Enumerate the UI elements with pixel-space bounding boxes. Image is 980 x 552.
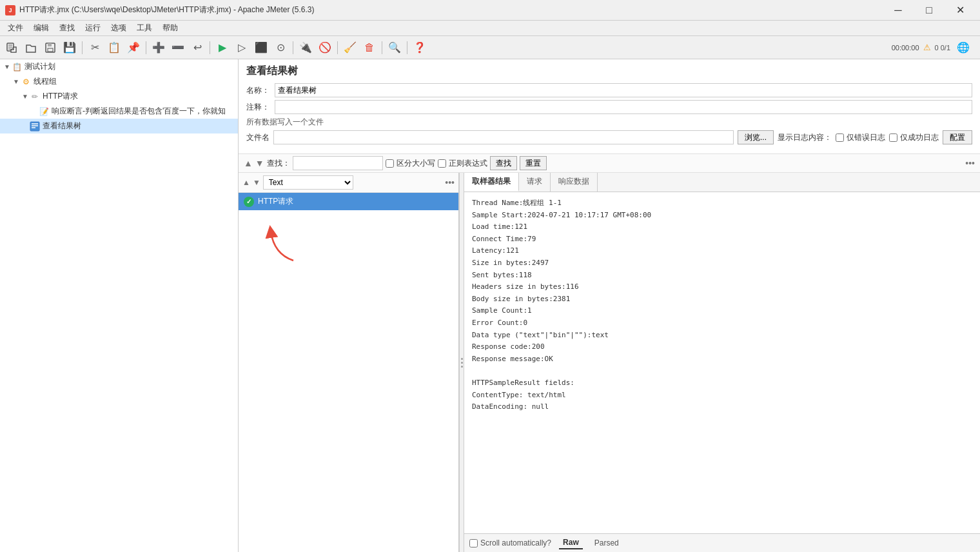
tree-item-test-plan[interactable]: ▼ 📋 测试计划 — [0, 59, 238, 74]
bottom-tab-parsed[interactable]: Parsed — [591, 537, 623, 549]
remote-start-button[interactable]: 🔌 — [297, 39, 315, 57]
stop-button[interactable]: ⬛ — [252, 39, 270, 57]
refresh-button[interactable]: ↩ — [188, 39, 206, 57]
case-sensitive-label: 区分大小写 — [397, 158, 435, 169]
regex-checkbox[interactable] — [438, 159, 446, 168]
tab-request[interactable]: 请求 — [519, 173, 551, 192]
tree-item-results-tree[interactable]: ▷ 查看结果树 — [0, 119, 238, 133]
icon-assertion: 📝 — [39, 106, 49, 117]
write-all-note: 所有数据写入一个文件 — [246, 117, 972, 128]
http-request-result-item[interactable]: ✓ HTTP请求 — [239, 193, 458, 210]
help-toolbar-button[interactable]: ❓ — [411, 39, 429, 57]
shutdown-button[interactable]: ⊙ — [271, 39, 289, 57]
case-sensitive-checkbox[interactable] — [386, 159, 394, 168]
tree-item-http-request[interactable]: ▼ ✏ HTTP请求 — [0, 89, 238, 104]
warning-icon: ⚠ — [923, 43, 931, 52]
scroll-auto-checkbox-item: Scroll automatically? — [469, 538, 551, 547]
line-sample-start: Sample Start:2024-07-21 10:17:17 GMT+08:… — [472, 210, 972, 221]
format-expand-icon[interactable]: ▲ — [242, 178, 250, 187]
line-http-fields: HTTPSampleResult fields: — [472, 377, 972, 389]
label-thread-group: 线程组 — [34, 76, 57, 87]
line-headers-size: Headers size in bytes:116 — [472, 281, 972, 293]
svg-rect-7 — [48, 43, 52, 46]
tab-sampler-result[interactable]: 取样器结果 — [464, 173, 519, 192]
menu-run[interactable]: 运行 — [80, 21, 106, 35]
run-button[interactable]: ▶ — [213, 39, 231, 57]
divider-handle[interactable] — [459, 173, 464, 552]
run-no-pause-button[interactable]: ▷ — [233, 39, 251, 57]
search-bar: ▲ ▼ 查找： 区分大小写 正则表达式 查找 重置 ••• — [239, 154, 980, 173]
log-content-label: 显示日志内容： — [778, 132, 832, 143]
icon-results-tree — [30, 121, 40, 132]
arrow-annotation — [261, 222, 306, 269]
minimize-button[interactable]: ─ — [883, 0, 913, 21]
collapse-button[interactable]: ➖ — [169, 39, 187, 57]
saveas-button[interactable]: 💾 — [61, 39, 79, 57]
reset-button[interactable]: 重置 — [520, 156, 547, 170]
search-input[interactable] — [293, 156, 383, 170]
config-button[interactable]: 配置 — [943, 130, 972, 144]
cut-button[interactable]: ✂ — [86, 39, 104, 57]
bottom-tab-raw[interactable]: Raw — [559, 537, 583, 549]
remote-stop-button[interactable]: 🚫 — [316, 39, 334, 57]
comment-input[interactable] — [275, 100, 972, 114]
app-icon: J — [5, 5, 15, 15]
clear-button[interactable]: 🧹 — [341, 39, 359, 57]
label-assertion: 响应断言-判断返回结果是否包含'百度一下，你就知 — [52, 106, 226, 117]
tree-item-assertion[interactable]: ▷ 📝 响应断言-判断返回结果是否包含'百度一下，你就知 — [0, 104, 238, 119]
elapsed-time: 00:00:00 — [892, 44, 919, 52]
close-button[interactable]: ✕ — [945, 0, 975, 21]
search-toolbar-button[interactable]: 🔍 — [386, 39, 404, 57]
save-button[interactable] — [41, 39, 59, 57]
copy-button[interactable]: 📋 — [105, 39, 123, 57]
success-log-label: 仅成功日志 — [900, 132, 939, 143]
detail-bottom: Scroll automatically? Raw Parsed — [464, 533, 980, 552]
paste-button[interactable]: 📌 — [124, 39, 142, 57]
case-sensitive-checkbox-item: 区分大小写 — [386, 158, 435, 169]
format-more-options[interactable]: ••• — [445, 177, 455, 188]
success-icon: ✓ — [244, 197, 254, 207]
open-button[interactable] — [22, 39, 40, 57]
format-select[interactable]: Text HTML JSON XML Binary — [263, 175, 353, 190]
menu-search[interactable]: 查找 — [54, 21, 80, 35]
collapse-icon[interactable]: ▼ — [255, 158, 264, 168]
separator-4 — [293, 41, 293, 54]
view-header: 查看结果树 名称： 注释： 所有数据写入一个文件 文件名 浏览... 显示日志内… — [239, 59, 980, 154]
divider-dot-3 — [461, 366, 463, 368]
menu-help[interactable]: 帮助 — [157, 21, 183, 35]
search-button[interactable]: 查找 — [490, 156, 517, 170]
name-input[interactable] — [275, 83, 972, 97]
menu-options[interactable]: 选项 — [106, 21, 132, 35]
title-bar-left: J HTTP请求.jmx (C:\Users\wqe\Desktop\JMete… — [5, 5, 314, 15]
format-collapse-icon[interactable]: ▼ — [253, 178, 260, 187]
expand-icon[interactable]: ▲ — [244, 158, 253, 168]
scroll-auto-label: Scroll automatically? — [480, 538, 551, 547]
line-sample-count: Sample Count:1 — [472, 305, 972, 317]
error-log-checkbox[interactable] — [836, 133, 844, 142]
tab-response-data[interactable]: 响应数据 — [551, 173, 598, 192]
browse-button[interactable]: 浏览... — [738, 130, 774, 144]
separator-3 — [210, 41, 210, 54]
scroll-auto-checkbox[interactable] — [469, 539, 478, 547]
line-thread-name: Thread Name:线程组 1-1 — [472, 197, 972, 209]
menu-file[interactable]: 文件 — [3, 21, 28, 35]
menu-tools[interactable]: 工具 — [132, 21, 157, 35]
results-tree-side: ▲ ▼ Text HTML JSON XML Binary ••• — [239, 173, 459, 552]
tree-item-thread-group[interactable]: ▼ ⚙ 线程组 — [0, 74, 238, 89]
content-area: ▲ ▼ Text HTML JSON XML Binary ••• — [239, 173, 980, 552]
search-label: 查找： — [267, 158, 290, 169]
success-log-checkbox-item: 仅成功日志 — [889, 132, 939, 143]
maximize-button[interactable]: □ — [914, 0, 944, 21]
globe-button[interactable]: 🌐 — [954, 39, 972, 57]
search-bar-left: ▲ ▼ 查找： 区分大小写 正则表达式 查找 重置 — [244, 156, 547, 170]
new-button[interactable] — [3, 39, 21, 57]
file-input[interactable] — [273, 130, 734, 144]
menu-edit[interactable]: 编辑 — [28, 21, 54, 35]
expand-button[interactable]: ➕ — [150, 39, 168, 57]
clear-all-button[interactable]: 🗑 — [360, 39, 378, 57]
line-content-type: ContentType: text/html — [472, 389, 972, 401]
toolbar-right: 00:00:00 ⚠ 0 0/1 🌐 — [892, 39, 977, 57]
success-log-checkbox[interactable] — [889, 133, 897, 142]
search-more-options[interactable]: ••• — [965, 158, 975, 168]
line-load-time: Load time:121 — [472, 221, 972, 233]
